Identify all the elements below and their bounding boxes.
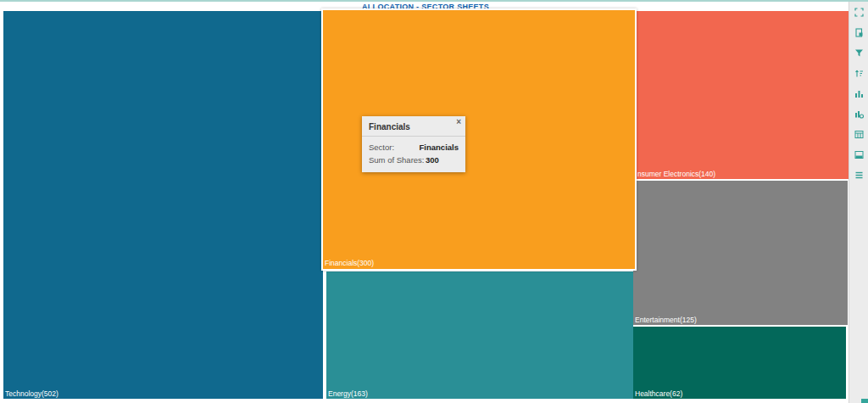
top-border: [0, 0, 868, 2]
cell-label-entertainment: Entertainment(125): [635, 316, 697, 324]
bar-chart-icon[interactable]: [854, 89, 865, 98]
close-icon[interactable]: ×: [456, 118, 461, 126]
toolbar-scrollbar[interactable]: [861, 399, 868, 403]
treemap-cell-healthcare[interactable]: Healthcare(62): [633, 327, 846, 399]
tooltip-header: Financials ×: [362, 116, 465, 137]
tooltip: Financials × Sector: Financials Sum of S…: [362, 116, 465, 172]
cell-label-healthcare: Healthcare(62): [635, 389, 682, 398]
tooltip-row-sector: Sector: Financials: [369, 141, 459, 154]
cell-label-energy: Energy(163): [328, 389, 368, 398]
treemap-cell-entertainment[interactable]: Entertainment(125): [633, 181, 848, 325]
chart-settings-icon[interactable]: [854, 109, 865, 119]
cell-label-consumer-electronics: nsumer Electronics(140): [637, 170, 715, 178]
treemap-cell-technology[interactable]: Technology(502): [3, 11, 323, 399]
tooltip-row-value: Financials: [420, 141, 459, 154]
sort-icon[interactable]: [854, 69, 865, 78]
treemap: Technology(502) Energy(163) nsumer Elect…: [3, 11, 848, 399]
cell-label-financials: Financials(300): [325, 259, 374, 267]
treemap-cell-energy[interactable]: Energy(163): [326, 271, 633, 399]
maximize-icon[interactable]: [854, 8, 865, 17]
filter-icon[interactable]: [854, 48, 865, 58]
app-window: ALLOCATION - SECTOR SHEETS Technology(50…: [0, 0, 868, 403]
window-icon[interactable]: [854, 150, 865, 160]
right-toolbar: [849, 2, 868, 403]
tooltip-body: Sector: Financials Sum of Shares: 300: [362, 137, 465, 172]
cell-label-technology: Technology(502): [5, 389, 58, 398]
table-icon[interactable]: [854, 130, 865, 139]
list-icon[interactable]: [854, 171, 865, 180]
tooltip-row-label: Sector:: [369, 141, 420, 154]
tooltip-row-sum-of-shares: Sum of Shares: 300: [369, 154, 459, 166]
tooltip-title: Financials: [369, 122, 410, 132]
tooltip-row-label: Sum of Shares:: [369, 154, 426, 166]
treemap-cell-consumer-electronics[interactable]: nsumer Electronics(140): [632, 11, 849, 179]
export-file-icon[interactable]: [854, 28, 865, 37]
tooltip-row-value: 300: [426, 154, 439, 166]
